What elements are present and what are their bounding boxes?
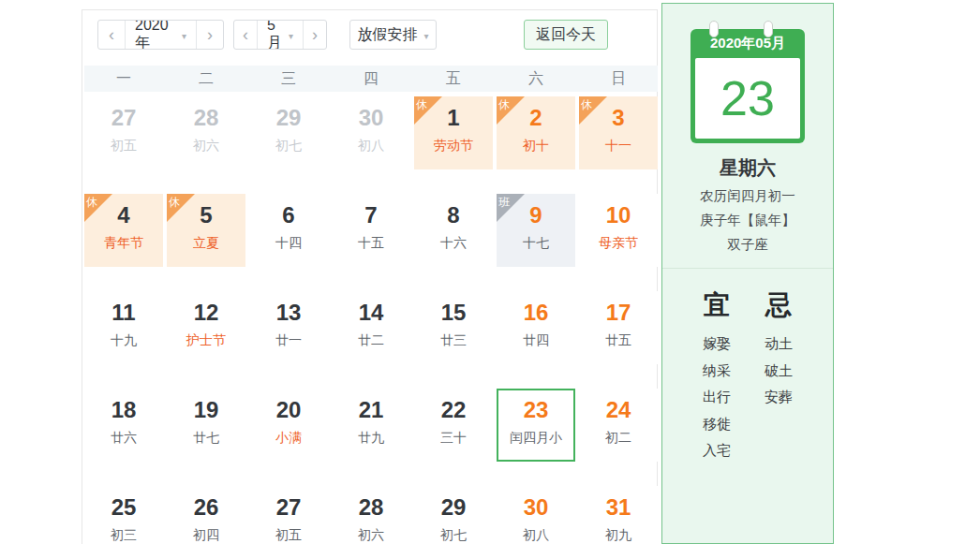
day-number: 15 [414,300,493,326]
calendar-day-cell[interactable]: 16廿四 [497,291,575,364]
month-selector: ‹ 5月 ▾ › [233,20,327,50]
calendar-ring-icon [709,21,719,37]
calendar-panel: ‹ 2020年 ▾ › ‹ 5月 ▾ › 放假安排 ▾ 返回今 [82,9,658,544]
calendar-toolbar: ‹ 2020年 ▾ › ‹ 5月 ▾ › 放假安排 ▾ 返回今 [82,20,657,50]
yi-column: 宜 嫁娶纳采出行移徙入宅 [703,287,731,464]
day-number: 30 [332,105,410,131]
panel-weekday: 星期六 [662,155,833,181]
calendar-day-cell[interactable]: 休1劳动节 [414,96,493,169]
day-label: 十九 [84,331,163,348]
day-number: 6 [249,202,328,228]
calendar-day-cell[interactable]: 14廿二 [332,291,410,364]
day-detail-panel: 2020年05月 23 星期六 农历闰四月初一 庚子年【鼠年】 双子座 宜 嫁娶… [661,3,834,544]
yi-title: 宜 [704,287,730,323]
day-number: 17 [579,300,658,326]
day-label: 十五 [332,234,410,251]
day-label: 闰四月小 [498,429,573,446]
calendar-day-cell[interactable]: 17廿五 [579,291,658,364]
day-label: 初四 [167,526,245,543]
panel-ganzhi-year: 庚子年【鼠年】 [662,212,833,229]
calendar-day-cell[interactable]: 10母亲节 [579,194,658,267]
yi-item: 出行 [703,384,731,411]
calendar-day-cell[interactable]: 21廿九 [332,389,410,462]
day-number: 20 [249,397,328,423]
calendar-day-cell[interactable]: 29初七 [414,486,493,544]
ji-item: 破土 [765,358,793,385]
day-label: 初六 [167,137,245,154]
day-number: 7 [332,202,410,228]
holiday-schedule-dropdown[interactable]: 放假安排 ▾ [349,20,437,50]
day-label: 小满 [249,429,328,446]
day-label: 初八 [332,137,410,154]
calendar-day-cell[interactable]: 24初二 [579,389,658,462]
day-label: 母亲节 [579,234,658,251]
day-label: 初五 [249,526,328,543]
calendar-day-cell[interactable]: 13廿一 [249,291,328,364]
day-number: 27 [84,105,163,131]
day-number: 12 [167,300,245,326]
month-dropdown[interactable]: 5月 ▾ [257,21,304,49]
day-label: 初二 [579,429,658,446]
calendar-day-cell[interactable]: 28初六 [332,486,410,544]
calendar-day-cell[interactable]: 26初四 [167,486,245,544]
chevron-down-icon: ▾ [423,31,428,41]
day-label: 初十 [497,137,575,154]
year-dropdown[interactable]: 2020年 ▾ [125,21,197,49]
calendar-day-cell[interactable]: 27初五 [249,486,328,544]
calendar-day-cell[interactable]: 31初九 [579,486,658,544]
weekday-label: 五 [414,69,493,89]
day-number: 23 [498,397,573,423]
work-day-badge: 班 [497,194,525,222]
calendar-page: ‹ 2020年 ▾ › ‹ 5月 ▾ › 放假安排 ▾ 返回今 [0,0,980,544]
calendar-day-cell[interactable]: 30初八 [497,486,575,544]
day-label: 廿三 [414,331,493,348]
calendar-day-cell[interactable]: 27初五 [84,96,163,169]
back-to-today-button[interactable]: 返回今天 [524,20,608,50]
calendar-ring-icon [764,21,773,37]
weekday-header-row: 一二三四五六日 [84,66,658,92]
calendar-day-cell[interactable]: 15廿三 [414,291,493,364]
calendar-day-cell[interactable]: 25初三 [84,486,163,544]
year-prev-button[interactable]: ‹ [98,21,125,49]
month-next-button[interactable]: › [304,21,326,49]
month-value: 5月 [267,20,282,50]
day-number: 13 [249,300,328,326]
calendar-day-cell[interactable]: 8十六 [414,194,493,267]
day-number: 22 [414,397,493,423]
yi-item: 嫁娶 [703,331,731,358]
day-label: 初七 [249,137,328,154]
date-card: 2020年05月 23 [690,29,805,143]
calendar-day-cell[interactable]: 30初八 [332,96,410,169]
calendar-day-cell[interactable]: 6十四 [249,194,328,267]
day-number: 27 [249,494,328,521]
calendar-day-cell[interactable]: 12护士节 [167,291,245,364]
date-card-day: 23 [720,74,775,123]
calendar-day-cell[interactable]: 休5立夏 [167,194,245,267]
calendar-day-cell[interactable]: 18廿六 [84,389,163,462]
year-next-button[interactable]: › [197,21,223,49]
weekday-label: 六 [497,69,575,89]
calendar-day-cell[interactable]: 休3十一 [579,96,658,169]
ji-column: 忌 动土破土安葬 [765,287,793,464]
month-prev-button[interactable]: ‹ [234,21,257,49]
day-label: 初三 [84,526,163,543]
calendar-day-cell[interactable]: 班9十七 [497,194,575,267]
day-label: 廿一 [249,331,328,348]
calendar-day-cell[interactable]: 22三十 [414,389,493,462]
calendar-day-cell[interactable]: 11十九 [84,291,163,364]
calendar-day-cell[interactable]: 29初七 [249,96,328,169]
calendar-day-cell[interactable]: 19廿七 [167,389,245,462]
chevron-down-icon: ▾ [182,31,186,41]
day-label: 三十 [414,429,493,446]
yi-item: 移徙 [703,411,731,438]
day-number: 26 [167,494,245,521]
calendar-day-cell[interactable]: 休4青年节 [84,194,163,267]
calendar-day-cell[interactable]: 休2初十 [497,96,575,169]
calendar-day-cell-today[interactable]: 23闰四月小 [497,389,575,462]
calendar-day-cell[interactable]: 7十五 [332,194,410,267]
calendar-day-cell[interactable]: 28初六 [167,96,245,169]
day-label: 劳动节 [414,137,493,154]
day-number: 29 [414,494,493,521]
calendar-day-cell[interactable]: 20小满 [249,389,328,462]
panel-lunar-date: 农历闰四月初一 [662,187,833,205]
